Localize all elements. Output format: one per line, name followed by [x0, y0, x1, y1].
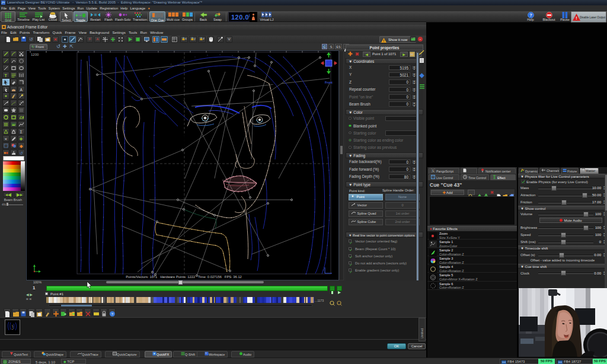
svg-text:beta: beta: [51, 13, 55, 15]
svg-text:1200: 1200: [31, 53, 39, 56]
svg-text:!: !: [576, 16, 577, 20]
svg-text:?: ?: [529, 12, 532, 18]
svg-text:!: !: [384, 39, 385, 43]
svg-text:Front: Front: [325, 81, 333, 84]
svg-text:Points/Vectors: 1071 Hardwar: Points/Vectors: 1071 Hardware Points: 12…: [126, 275, 242, 279]
